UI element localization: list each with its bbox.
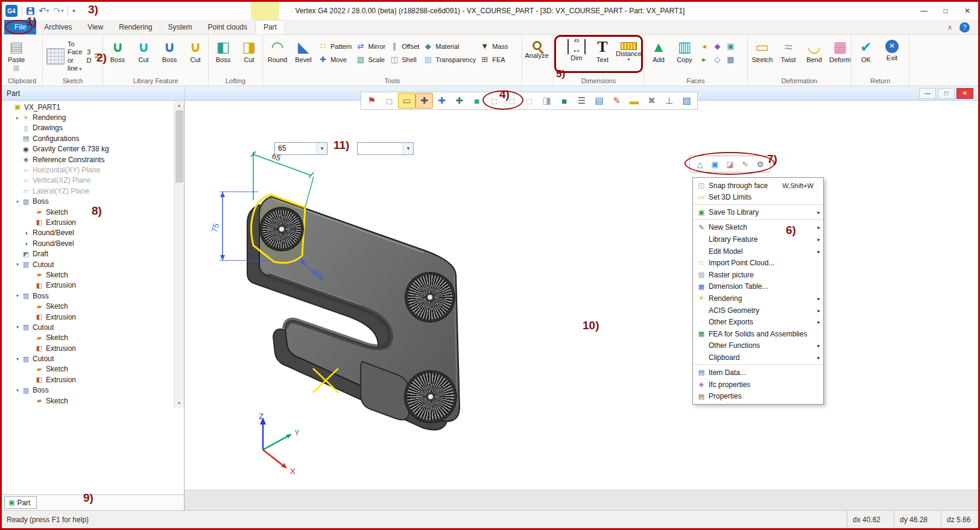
- snap-midpoint-icon[interactable]: ✚: [433, 93, 450, 109]
- library-folder-icon[interactable]: ▣: [707, 157, 722, 171]
- tree-item[interactable]: ▰ Sketch: [2, 396, 174, 406]
- redo-button[interactable]: ↷▾: [53, 5, 63, 16]
- round-button[interactable]: ◠ Round: [265, 37, 290, 76]
- close-button[interactable]: ✕: [956, 3, 978, 19]
- tree-expander-icon[interactable]: ▾: [14, 356, 21, 362]
- tree-item[interactable]: ◧ Extrusion: [2, 374, 174, 385]
- tree-item[interactable]: ▸ ☀ Rendering: [2, 112, 174, 122]
- face-move-button[interactable]: ▩: [724, 54, 737, 65]
- tree-scrollbar[interactable]: ▴ ▾: [174, 101, 184, 408]
- shell-button[interactable]: ◫Shell: [388, 54, 421, 65]
- tree-item[interactable]: ▱ Lateral(YZ) Plane: [2, 186, 174, 196]
- tree-item[interactable]: ◑ Round/Bevel: [2, 228, 174, 238]
- library-boss2-button[interactable]: ∪ Boss: [157, 37, 182, 76]
- text-button[interactable]: T Text: [590, 37, 615, 76]
- paste-button[interactable]: ▤ Paste ▥: [4, 37, 29, 76]
- save-button[interactable]: [27, 7, 34, 15]
- context-menu-item[interactable]: ✎ New Sketch ▸: [693, 222, 823, 234]
- tree-item[interactable]: ▰ Sketch: [2, 207, 174, 217]
- tree-item[interactable]: ◩ Draft: [2, 248, 174, 259]
- distance-dropdown-icon[interactable]: ▾: [627, 57, 630, 63]
- bevel-button[interactable]: ◣ Bevel: [291, 37, 316, 76]
- combo-value[interactable]: 65: [275, 143, 317, 154]
- face-sew-button[interactable]: ◂: [698, 40, 710, 52]
- context-menu-item[interactable]: Clipboard ▸: [693, 352, 823, 365]
- analyze-button[interactable]: Analyze: [524, 37, 549, 76]
- move-button[interactable]: ✚Move: [317, 54, 353, 65]
- tree-item[interactable]: ▣ VX_PART1: [2, 102, 174, 112]
- context-menu-item[interactable]: ◈ Ifc properties: [693, 379, 823, 391]
- scale-button[interactable]: ▧Scale: [354, 54, 387, 65]
- tree-expander-icon[interactable]: ▾: [14, 199, 21, 204]
- doc-minimize-button[interactable]: —: [919, 88, 936, 99]
- pin-icon[interactable]: ⚑: [363, 93, 381, 109]
- tree-item[interactable]: ▱ Horizontal(XY) Plane: [2, 165, 174, 175]
- wireframe-view-icon[interactable]: □: [520, 93, 538, 109]
- tree-expander-icon[interactable]: ▾: [14, 262, 21, 267]
- new-window-icon[interactable]: ▧: [678, 93, 695, 109]
- dropdown-arrow-icon[interactable]: ▾: [78, 66, 81, 72]
- dim-button[interactable]: 45↔ Dim: [564, 37, 589, 76]
- to-face-or-line-button[interactable]: To Faceor line ▾: [45, 37, 84, 76]
- tree-item[interactable]: ▱ Vertical(XZ) Plane: [2, 175, 174, 186]
- settings-gear-icon[interactable]: ⚙: [753, 157, 768, 171]
- knurled-boss-2[interactable]: [406, 273, 454, 321]
- minimize-button[interactable]: —: [913, 3, 935, 19]
- tree-item[interactable]: ▾ ▥ Cutout: [2, 353, 174, 364]
- context-menu-item[interactable]: ◫ Snap through face W,Shift+W: [693, 180, 823, 192]
- context-menu-item[interactable]: ACIS Geometry ▸: [693, 304, 823, 317]
- tree-item[interactable]: ▰ Sketch: [2, 364, 174, 374]
- tree-expander-icon[interactable]: ▾: [14, 388, 21, 393]
- doc-restore-button[interactable]: □: [938, 88, 955, 99]
- deform-button[interactable]: ▦ Deform: [827, 37, 853, 76]
- ribbon-tab[interactable]: Archives: [36, 20, 80, 34]
- context-menu-item[interactable]: Library Feature ▸: [693, 233, 823, 245]
- tree-item[interactable]: ▾ ▥ Boss: [2, 385, 174, 396]
- copy-icon[interactable]: ▥: [13, 64, 19, 71]
- scroll-down-icon[interactable]: ▾: [178, 399, 180, 408]
- drawing-sheet-icon[interactable]: ▬: [625, 93, 643, 109]
- face-offset-button[interactable]: ◆: [711, 40, 724, 52]
- knurled-boss-1[interactable]: [261, 208, 303, 250]
- pen-icon[interactable]: ✎: [738, 157, 753, 171]
- stretch-button[interactable]: ▭ Stretch: [750, 37, 775, 76]
- tree-item[interactable]: ▾ ▥ Boss: [2, 197, 174, 207]
- tree-item[interactable]: ◈ Reference Constraints: [2, 154, 174, 165]
- tree-expander-icon[interactable]: ▾: [14, 324, 21, 330]
- tree-item[interactable]: ◧ Extrusion: [2, 312, 174, 322]
- tree-expander-icon[interactable]: ▾: [14, 293, 21, 298]
- context-menu-item[interactable]: Edit Model ▸: [693, 245, 823, 257]
- ok-button[interactable]: ✔ OK: [853, 37, 879, 76]
- sidebar-tab-part[interactable]: ▣ Part: [4, 496, 37, 509]
- selection-frame-icon[interactable]: □: [381, 93, 398, 109]
- maximize-button[interactable]: □: [935, 3, 956, 19]
- library-cut-button[interactable]: ∪ Cut: [131, 37, 156, 76]
- tree-item[interactable]: ▾ ▥ Cutout: [2, 322, 174, 332]
- knurled-boss-3[interactable]: [405, 371, 456, 422]
- tree-item[interactable]: ▾ ▥ Cutout: [2, 259, 174, 270]
- context-menu-item[interactable]: ▤ Item Data...: [693, 367, 823, 379]
- 3d-scene[interactable]: 65 75 R30 Z Y X: [185, 101, 947, 490]
- annotation-pen-icon[interactable]: ✎: [608, 93, 625, 109]
- combo-dropdown-icon[interactable]: ▼: [403, 143, 413, 154]
- redo-dropdown-icon[interactable]: ▾: [62, 8, 64, 13]
- snap-intersection-icon[interactable]: ✚: [450, 93, 468, 109]
- pattern-button[interactable]: ∷Pattern: [317, 40, 353, 52]
- snap-endpoint-icon[interactable]: ✚: [416, 93, 433, 109]
- context-menu-item[interactable]: ▭ Set 3D Limits: [693, 192, 823, 205]
- tree-item[interactable]: ◧ Extrusion: [2, 217, 174, 227]
- combo-dropdown-icon[interactable]: ▼: [317, 143, 327, 154]
- tree-item[interactable]: ▾ ▥ Boss: [2, 291, 174, 301]
- lofting-boss-button[interactable]: ◧ Boss: [210, 37, 236, 76]
- collapse-ribbon-icon[interactable]: ∧: [947, 24, 952, 31]
- ribbon-tab[interactable]: System: [160, 20, 200, 34]
- scroll-up-icon[interactable]: ▴: [178, 101, 180, 110]
- ribbon-tab[interactable]: Rendering: [111, 20, 160, 34]
- context-menu-item[interactable]: ▦ FEA for Solids and Assemblies: [693, 328, 823, 340]
- dimension-75-label[interactable]: 75: [210, 222, 221, 233]
- undo-button[interactable]: ↶▾: [39, 5, 49, 16]
- tree-item[interactable]: ◑ Round/Bevel: [2, 238, 174, 248]
- mass-button[interactable]: ▼Mass: [478, 40, 510, 52]
- face-unsew-button[interactable]: ▸: [698, 54, 710, 65]
- undo-dropdown-icon[interactable]: ▾: [47, 8, 49, 13]
